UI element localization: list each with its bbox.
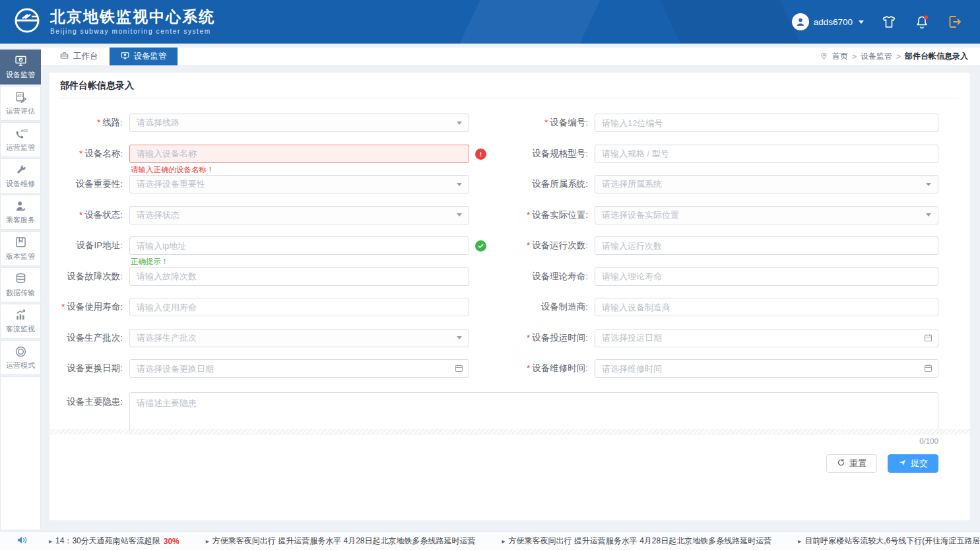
device-status-select[interactable]: 请选择状态: [129, 206, 469, 224]
device-replace-date-picker[interactable]: [129, 359, 469, 378]
device-service-life-input[interactable]: [129, 298, 469, 316]
logout-icon[interactable]: [947, 14, 963, 30]
field-label: 设备重要性:: [49, 178, 129, 190]
tab-workbench[interactable]: 工作台: [49, 48, 110, 65]
field-label: 设备所属系统:: [508, 178, 595, 190]
speaker-icon: [16, 533, 29, 549]
device-hazard-textarea[interactable]: [129, 392, 938, 434]
field-device-fault-count: 设备故障次数:: [49, 261, 469, 292]
breadcrumb-separator: >: [852, 52, 857, 61]
news-ticker: ▸ 14：30分天通苑南站客流超限30% ▸ 方便乘客夜间出行 提升运营服务水平…: [0, 532, 980, 550]
sidebar-item-data-transfer[interactable]: 数据传输: [0, 267, 41, 302]
device-fault-count-input[interactable]: [129, 267, 469, 286]
sidebar-item-device-monitor[interactable]: 设备监管: [0, 50, 41, 85]
field-label: *线路:: [49, 117, 129, 129]
breadcrumb-home[interactable]: 首页: [832, 51, 848, 62]
sidebar-item-device-repair[interactable]: 设备维修: [0, 158, 41, 193]
theme-tshirt-icon[interactable]: [881, 14, 897, 30]
sidebar-item-operation-mode[interactable]: 运营模式: [0, 340, 41, 375]
field-device-importance: 设备重要性: 请选择设备重要性: [49, 169, 469, 200]
sidebar-item-label: 运营监管: [6, 143, 35, 153]
chart-icon: [14, 308, 28, 322]
breadcrumb-device-monitor[interactable]: 设备监管: [861, 51, 892, 62]
device-manufacturer-input[interactable]: [595, 298, 938, 316]
required-asterisk: *: [527, 240, 530, 250]
tab-device-monitor[interactable]: 设备监管: [110, 48, 178, 65]
chevron-down-icon: [457, 183, 462, 186]
svg-text:ACC: ACC: [20, 129, 28, 133]
notification-bell-icon[interactable]: [914, 14, 930, 30]
sidebar-item-label: 版本监管: [6, 252, 35, 261]
paper-plane-icon: [898, 458, 907, 469]
sidebar-item-label: 运营模式: [6, 361, 35, 370]
required-asterisk: *: [544, 118, 548, 127]
field-label: 设备制造商:: [508, 301, 595, 313]
bullet-arrow-icon: ▸: [206, 537, 209, 545]
device-system-select[interactable]: 请选择所属系统: [595, 175, 938, 193]
refresh-icon: [837, 458, 845, 469]
device-ip-input[interactable]: [129, 236, 469, 255]
field-device-replace-date: 设备更换日期:: [49, 353, 469, 384]
sidebar-item-version-monitor[interactable]: 版本监管: [0, 231, 41, 266]
user-menu[interactable]: adds6700: [792, 13, 864, 30]
field-label: *设备名称:: [49, 148, 129, 160]
monitor-icon: [120, 51, 130, 63]
bullet-arrow-icon: ▸: [502, 537, 506, 545]
reset-button[interactable]: 重置: [826, 454, 877, 473]
sidebar-item-operation-monitor[interactable]: ACC 运营监管: [0, 122, 41, 157]
chevron-down-icon: [457, 213, 462, 217]
chevron-down-icon: [926, 183, 931, 186]
sidebar-item-label: 设备维修: [6, 179, 35, 189]
required-asterisk: *: [527, 210, 530, 220]
device-number-input[interactable]: [595, 114, 938, 132]
field-label: 设备更换日期:: [49, 362, 129, 374]
ticker-highlight: 30%: [164, 537, 180, 546]
ticker-item: ▸ 方便乘客夜间出行 提升运营服务水平 4月28日起北京地铁多条线路延时运营: [502, 535, 772, 547]
device-commission-date-picker[interactable]: [595, 329, 938, 347]
form-card: 部件台帐信息录入 *线路: 请选择线路 *设备编号: *设备名称:: [49, 73, 970, 520]
device-theoretical-life-input[interactable]: [595, 267, 938, 286]
sidebar-item-passenger-service[interactable]: 乘客服务: [0, 195, 41, 230]
field-label: 设备IP地址:: [49, 240, 129, 252]
device-run-count-input[interactable]: [595, 236, 938, 255]
line-select[interactable]: 请选择线路: [129, 114, 469, 132]
field-device-location: *设备实际位置: 请选择设备实际位置: [508, 200, 938, 231]
sidebar-item-operation-evaluation[interactable]: AFC 运营评估: [0, 86, 41, 121]
hatched-divider: [49, 429, 970, 434]
svg-text:AFC: AFC: [17, 94, 24, 98]
field-label: *设备编号:: [508, 117, 595, 129]
target-icon: [14, 345, 28, 359]
sidebar-item-passenger-flow[interactable]: 客流监视: [0, 304, 41, 339]
bullet-arrow-icon: ▸: [49, 537, 52, 545]
device-spec-input[interactable]: [595, 145, 938, 163]
sidebar-filler: [0, 376, 41, 530]
device-location-select[interactable]: 请选择设备实际位置: [595, 206, 938, 224]
breadcrumb-separator: >: [896, 52, 901, 61]
field-label: *设备使用寿命:: [49, 301, 129, 313]
ticker-item: ▸ 方便乘客夜间出行 提升运营服务水平 4月28日起北京地铁多条线路延时运营: [206, 535, 476, 547]
field-label: 设备理论寿命:: [508, 271, 595, 283]
subway-logo-icon: [12, 5, 42, 38]
required-asterisk: *: [61, 302, 65, 312]
app-title: 北京地铁监视中心系统: [50, 9, 215, 25]
required-asterisk: *: [79, 210, 82, 220]
submit-button[interactable]: 提交: [888, 454, 938, 473]
location-pin-icon: [820, 52, 828, 62]
device-maintenance-date-picker[interactable]: [595, 359, 938, 378]
wrench-icon: [14, 163, 28, 177]
field-device-production-batch: 设备生产批次: 请选择生产批次: [49, 323, 469, 354]
success-message: 正确提示！: [131, 257, 169, 267]
device-importance-select[interactable]: 请选择设备重要性: [129, 175, 469, 193]
field-label: 设备规格型号:: [508, 148, 595, 160]
device-production-batch-select[interactable]: 请选择生产批次: [129, 329, 469, 347]
field-label: 设备故障次数:: [49, 271, 129, 283]
monitor-icon: [14, 54, 28, 68]
device-name-input[interactable]: [129, 145, 469, 163]
sidebar-item-label: 设备监管: [6, 70, 35, 80]
device-form: *线路: 请选择线路 *设备编号: *设备名称: 请输入正确的设备名称！: [49, 98, 970, 415]
breadcrumb: 首页 > 设备监管 > 部件台帐信息录入: [820, 48, 980, 65]
sidebar-item-label: 运营评估: [6, 106, 35, 116]
briefcase-icon: [59, 51, 69, 63]
field-label: *设备实际位置:: [508, 209, 595, 221]
field-device-system: 设备所属系统: 请选择所属系统: [508, 169, 938, 200]
